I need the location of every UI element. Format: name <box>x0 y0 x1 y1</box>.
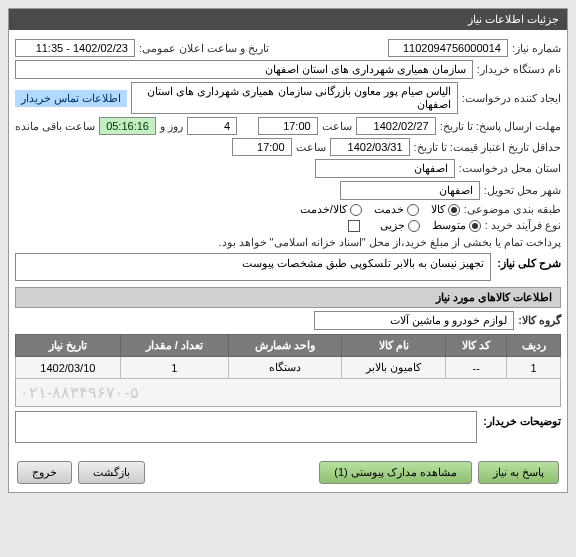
service-radio[interactable] <box>407 204 419 216</box>
remaining-label: ساعت باقی مانده <box>15 120 95 133</box>
time-remaining-field: 05:16:16 <box>99 117 156 135</box>
td-row: 1 <box>507 357 561 379</box>
goods-radio[interactable] <box>448 204 460 216</box>
payment-note-label: پرداخت تمام یا بخشی از مبلغ خرید،از محل … <box>218 236 561 249</box>
respond-button[interactable]: پاسخ به نیاز <box>478 461 559 484</box>
general-desc-field: تجهیز نیسان به بالابر تلسکوپی طبق مشخصات… <box>15 253 491 281</box>
day-and-label: روز و <box>160 120 183 133</box>
view-attachments-button[interactable]: مشاهده مدارک پیوستی (1) <box>319 461 472 484</box>
goods-service-radio-label: کالا/خدمت <box>300 203 347 216</box>
buyer-notes-field <box>15 411 477 443</box>
content-area: شماره نیاز: 1102094756000014 تاریخ و ساع… <box>9 30 567 453</box>
classification-label: طبقه بندی موضوعی: <box>464 203 561 216</box>
deadline-label: مهلت ارسال پاسخ: تا تاریخ: <box>440 120 561 133</box>
service-radio-item[interactable]: خدمت <box>374 203 419 216</box>
td-code: -- <box>446 357 507 379</box>
delivery-city-field: اصفهان <box>340 181 480 200</box>
goods-table: ردیف کد کالا نام کالا واحد شمارش تعداد /… <box>15 334 561 407</box>
td-name: کامیون بالابر <box>341 357 446 379</box>
th-qty: تعداد / مقدار <box>120 335 228 357</box>
phone-watermark: ۰۲۱-۸۸۳۴۹۶۷۰-۵ <box>16 379 561 407</box>
days-remaining-field: 4 <box>187 117 237 135</box>
deadline-date-field: 1402/02/27 <box>356 117 436 135</box>
payment-checkbox[interactable] <box>348 220 360 232</box>
exit-button[interactable]: خروج <box>17 461 72 484</box>
details-window: جزئیات اطلاعات نیاز شماره نیاز: 11020947… <box>8 8 568 493</box>
contact-info-link[interactable]: اطلاعات تماس خریدار <box>15 90 127 107</box>
table-footer-row: ۰۲۱-۸۸۳۴۹۶۷۰-۵ <box>16 379 561 407</box>
delivery-city-label: شهر محل تحویل: <box>484 184 561 197</box>
goods-service-radio-item[interactable]: کالا/خدمت <box>300 203 362 216</box>
announce-datetime-label: تاریخ و ساعت اعلان عمومی: <box>139 42 269 55</box>
goods-service-radio[interactable] <box>350 204 362 216</box>
table-row[interactable]: 1 -- کامیون بالابر دستگاه 1 1402/03/10 <box>16 357 561 379</box>
back-button[interactable]: بازگشت <box>78 461 145 484</box>
process-radio-group: متوسط جزیی <box>380 219 481 232</box>
hour-label-1: ساعت <box>322 120 352 133</box>
medium-radio-item[interactable]: متوسط <box>432 219 481 232</box>
validity-time-field: 17:00 <box>232 138 292 156</box>
th-row: ردیف <box>507 335 561 357</box>
validity-date-field: 1402/03/31 <box>330 138 410 156</box>
creator-field: الیاس صیام پور معاون بازرگانی سازمان همی… <box>131 82 458 114</box>
goods-radio-item[interactable]: کالا <box>431 203 460 216</box>
td-unit: دستگاه <box>228 357 341 379</box>
th-name: نام کالا <box>341 335 446 357</box>
partial-radio[interactable] <box>408 220 420 232</box>
th-unit: واحد شمارش <box>228 335 341 357</box>
goods-info-section-header: اطلاعات کالاهای مورد نیاز <box>15 287 561 308</box>
hour-label-2: ساعت <box>296 141 326 154</box>
goods-radio-label: کالا <box>431 203 445 216</box>
medium-radio[interactable] <box>469 220 481 232</box>
th-date: تاریخ نیاز <box>16 335 121 357</box>
need-number-field: 1102094756000014 <box>388 39 508 57</box>
deadline-time-field: 17:00 <box>258 117 318 135</box>
window-titlebar: جزئیات اطلاعات نیاز <box>9 9 567 30</box>
creator-label: ایجاد کننده درخواست: <box>462 92 561 105</box>
location-field: اصفهان <box>315 159 455 178</box>
process-type-label: نوع فرآیند خرید : <box>485 219 561 232</box>
medium-radio-label: متوسط <box>432 219 466 232</box>
service-radio-label: خدمت <box>374 203 404 216</box>
validity-label: حداقل تاریخ اعتبار قیمت: تا تاریخ: <box>414 141 561 154</box>
goods-group-field: لوازم خودرو و ماشین آلات <box>314 311 514 330</box>
partial-radio-label: جزیی <box>380 219 405 232</box>
button-bar: پاسخ به نیاز مشاهده مدارک پیوستی (1) باز… <box>9 453 567 492</box>
general-desc-label: شرح کلی نیاز: <box>497 253 561 270</box>
th-code: کد کالا <box>446 335 507 357</box>
need-number-label: شماره نیاز: <box>512 42 561 55</box>
buyer-notes-label: توضیحات خریدار: <box>483 411 561 428</box>
table-header-row: ردیف کد کالا نام کالا واحد شمارش تعداد /… <box>16 335 561 357</box>
td-date: 1402/03/10 <box>16 357 121 379</box>
buyer-device-field: سازمان همیاری شهرداری های استان اصفهان <box>15 60 473 79</box>
buyer-device-label: نام دستگاه خریدار: <box>477 63 561 76</box>
partial-radio-item[interactable]: جزیی <box>380 219 420 232</box>
location-label: استان محل درخواست: <box>459 162 561 175</box>
td-qty: 1 <box>120 357 228 379</box>
announce-datetime-field: 1402/02/23 - 11:35 <box>15 39 135 57</box>
classification-radio-group: کالا خدمت کالا/خدمت <box>300 203 460 216</box>
goods-group-label: گروه کالا: <box>518 314 561 327</box>
